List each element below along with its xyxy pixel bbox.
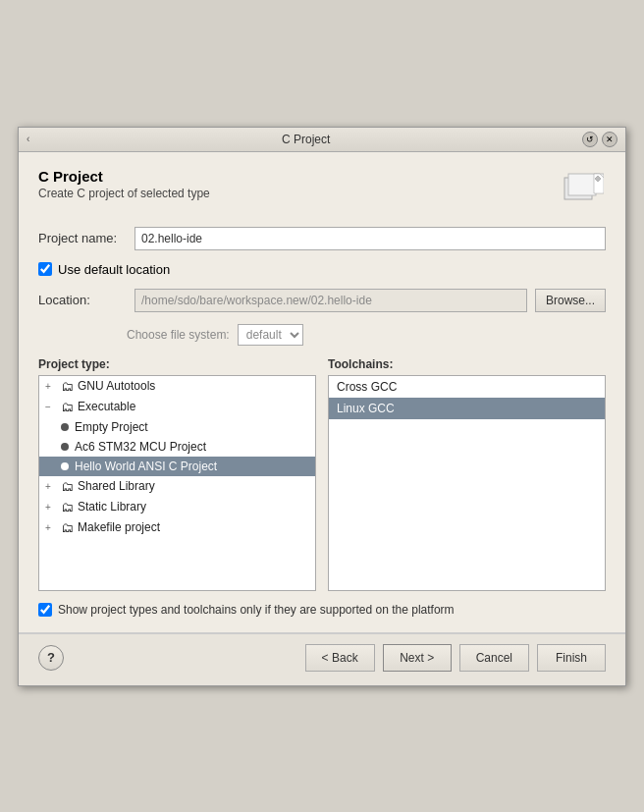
folder-icon-shared-library: 🗂 <box>61 479 74 494</box>
next-button[interactable]: Next > <box>383 644 452 672</box>
help-button[interactable]: ? <box>38 645 64 671</box>
location-row: Location: Browse... <box>38 289 606 312</box>
tree-item-empty-project[interactable]: Empty Project <box>39 417 315 437</box>
dialog-header-text: C Project Create C project of selected t… <box>38 168 210 200</box>
label-gnu-autotools: GNU Autotools <box>78 379 155 393</box>
expander-executable: − <box>45 402 57 412</box>
dialog: ‹ C Project ↺ ✕ C Project Create C proje… <box>18 127 626 686</box>
toolchain-linux-gcc[interactable]: Linux GCC <box>329 398 605 419</box>
default-location-label: Use default location <box>58 262 170 277</box>
folder-icon-makefile-project: 🗂 <box>61 520 74 535</box>
project-type-label: Project type: <box>38 357 316 371</box>
dialog-subtitle: Create C project of selected type <box>38 187 210 200</box>
location-label: Location: <box>38 293 127 307</box>
dialog-content: C Project Create C project of selected t… <box>19 152 625 632</box>
folder-icon-static-library: 🗂 <box>61 500 74 514</box>
project-name-row: Project name: <box>38 227 606 250</box>
project-name-label: Project name: <box>38 231 127 245</box>
bullet-empty-project <box>61 423 69 431</box>
expander-shared-library: + <box>45 481 57 492</box>
label-cross-gcc: Cross GCC <box>337 380 397 394</box>
expander-makefile-project: + <box>45 522 57 533</box>
default-location-checkbox[interactable] <box>38 262 52 276</box>
folder-icon-gnu-autotools: 🗂 <box>61 379 74 394</box>
back-button[interactable]: < Back <box>305 644 375 672</box>
cancel-button[interactable]: Cancel <box>459 644 529 672</box>
button-row: ? < Back Next > Cancel Finish <box>19 633 625 685</box>
tree-item-static-library[interactable]: + 🗂 Static Library <box>39 497 315 517</box>
label-static-library: Static Library <box>78 500 146 514</box>
platform-checkbox-row: Show project types and toolchains only i… <box>38 603 606 617</box>
nav-buttons: < Back Next > Cancel Finish <box>305 644 606 672</box>
tree-item-executable[interactable]: − 🗂 Executable <box>39 397 315 417</box>
default-location-row: Use default location <box>38 262 606 277</box>
label-empty-project: Empty Project <box>75 420 148 434</box>
expander-gnu-autotools: + <box>45 381 57 392</box>
tree-item-ac6-stm32[interactable]: Ac6 STM32 MCU Project <box>39 437 315 457</box>
dialog-header: C Project Create C project of selected t… <box>38 168 606 215</box>
project-icon <box>559 168 606 215</box>
filesystem-row: Choose file system: default <box>38 324 606 346</box>
label-ac6-stm32: Ac6 STM32 MCU Project <box>75 440 206 454</box>
label-hello-world: Hello World ANSI C Project <box>75 460 217 473</box>
tree-item-makefile-project[interactable]: + 🗂 Makefile project <box>39 517 315 538</box>
bullet-ac6-stm32 <box>61 443 69 451</box>
browse-button[interactable]: Browse... <box>535 289 606 312</box>
platform-checkbox[interactable] <box>38 603 52 617</box>
two-col-panel: Project type: + 🗂 GNU Autotools − 🗂 Exec… <box>38 357 606 591</box>
titlebar-controls: ↺ ✕ <box>582 132 617 147</box>
finish-button[interactable]: Finish <box>537 644 606 672</box>
project-name-input[interactable] <box>134 227 606 250</box>
platform-checkbox-label: Show project types and toolchains only i… <box>58 603 455 617</box>
bullet-hello-world <box>61 462 69 470</box>
toolchains-list[interactable]: Cross GCC Linux GCC <box>328 375 606 591</box>
label-executable: Executable <box>78 400 135 413</box>
refresh-button[interactable]: ↺ <box>582 132 598 147</box>
filesystem-select[interactable]: default <box>238 324 303 346</box>
toolchains-section: Toolchains: Cross GCC Linux GCC <box>328 357 606 591</box>
dialog-title: C Project <box>38 168 210 185</box>
toolchain-cross-gcc[interactable]: Cross GCC <box>329 376 605 398</box>
folder-icon-executable: 🗂 <box>61 400 74 414</box>
project-type-section: Project type: + 🗂 GNU Autotools − 🗂 Exec… <box>38 357 316 591</box>
expander-static-library: + <box>45 502 57 513</box>
filesystem-label: Choose file system: <box>127 328 230 342</box>
tree-item-shared-library[interactable]: + 🗂 Shared Library <box>39 476 315 497</box>
project-type-tree[interactable]: + 🗂 GNU Autotools − 🗂 Executable Empty P… <box>38 375 316 591</box>
titlebar: ‹ C Project ↺ ✕ <box>19 128 625 152</box>
close-button[interactable]: ✕ <box>602 132 617 147</box>
label-shared-library: Shared Library <box>78 479 155 493</box>
label-makefile-project: Makefile project <box>78 520 160 534</box>
svg-rect-1 <box>568 174 596 195</box>
tree-item-hello-world[interactable]: Hello World ANSI C Project <box>39 457 315 476</box>
toolchains-label: Toolchains: <box>328 357 606 371</box>
label-linux-gcc: Linux GCC <box>337 402 395 415</box>
titlebar-title: C Project <box>29 133 582 146</box>
location-input <box>134 289 527 312</box>
tree-item-gnu-autotools[interactable]: + 🗂 GNU Autotools <box>39 376 315 397</box>
